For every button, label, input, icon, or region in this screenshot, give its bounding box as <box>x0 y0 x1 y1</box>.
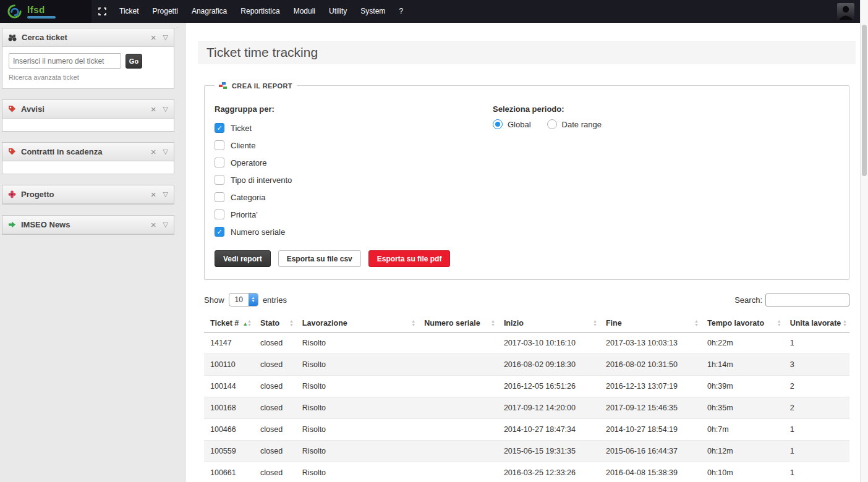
cell-unita-lavorate: 1 <box>784 441 849 462</box>
logo[interactable]: lfsd <box>0 0 91 23</box>
go-button[interactable]: Go <box>126 54 142 69</box>
column-label: Fine <box>606 319 622 328</box>
column-header-fine[interactable]: Fine▲▼ <box>600 315 701 332</box>
group-option-cliente[interactable]: Cliente <box>215 137 493 154</box>
tickets-table: Ticket #▲▲▼Stato▲▼Lavorazione▲▼Numero se… <box>204 315 849 482</box>
user-avatar[interactable] <box>837 3 854 20</box>
cell-unita-lavorate: 1 <box>784 462 849 482</box>
ticket-number-input[interactable] <box>9 53 121 69</box>
cell-tempo-lavorato: 0h:35m <box>701 397 784 419</box>
column-header-inizio[interactable]: Inizio▲▼ <box>498 315 600 332</box>
page-length-select[interactable]: 10 ▲▼ <box>229 293 258 307</box>
column-label: Numero seriale <box>424 319 480 328</box>
group-option-ticket[interactable]: ✓Ticket <box>215 119 493 137</box>
close-icon[interactable]: × <box>151 190 156 199</box>
cell-inizio: 2017-09-12 14:20:00 <box>498 397 600 419</box>
panel-title: Cerca ticket <box>22 33 151 42</box>
cell-ticket: 100661 <box>204 462 254 482</box>
sort-icons: ▲▼ <box>694 319 699 327</box>
column-header-lavorazione[interactable]: Lavorazione▲▼ <box>296 315 418 332</box>
cell-ticket: 100466 <box>204 419 254 441</box>
page-length-control: Show 10 ▲▼ entries <box>204 293 287 307</box>
option-label: Numero seriale <box>231 227 285 237</box>
panel-body <box>2 119 174 131</box>
close-icon[interactable]: × <box>151 33 156 42</box>
group-option-priorita[interactable]: Priorita' <box>215 206 493 223</box>
checkbox-icon[interactable]: ✓ <box>215 123 224 133</box>
export-csv-button[interactable]: Esporta su file csv <box>278 250 361 267</box>
export-pdf-button[interactable]: Esporta su file pdf <box>368 250 451 267</box>
period-label: Seleziona periodo: <box>493 104 602 114</box>
checkbox-icon[interactable] <box>215 140 224 150</box>
close-icon[interactable]: × <box>151 220 156 229</box>
cell-tempo-lavorato: 0h:10m <box>701 462 784 482</box>
panel-title: Contratti in scadenza <box>21 147 151 156</box>
collapse-icon[interactable]: ▽ <box>163 34 168 41</box>
fullscreen-icon[interactable] <box>91 7 113 15</box>
collapse-icon[interactable]: ▽ <box>163 221 168 228</box>
nav-item-utility[interactable]: Utility <box>322 0 354 23</box>
panel-body <box>2 161 174 174</box>
radio-icon[interactable] <box>493 119 503 129</box>
logo-tagline <box>27 16 56 19</box>
group-option-operatore[interactable]: Operatore <box>215 154 493 171</box>
scrollbar-thumb[interactable] <box>862 25 867 176</box>
collapse-icon[interactable]: ▽ <box>163 148 168 155</box>
nav-item-help[interactable]: ? <box>392 0 410 23</box>
period-option-date-range[interactable]: Date range <box>547 119 602 129</box>
cell-inizio: 2016-12-05 16:51:26 <box>498 376 600 397</box>
table-row[interactable]: 14147closedRisolto2017-03-10 10:16:10201… <box>204 332 849 354</box>
table-header: Ticket #▲▲▼Stato▲▼Lavorazione▲▼Numero se… <box>204 315 849 332</box>
sort-icons: ▲▼ <box>777 319 781 327</box>
table-search-input[interactable] <box>765 294 849 307</box>
table-row[interactable]: 100168closedRisolto2017-09-12 14:20:0020… <box>204 397 849 419</box>
nav-item-moduli[interactable]: Moduli <box>287 0 322 23</box>
column-header-stato[interactable]: Stato▲▼ <box>254 315 296 332</box>
checkbox-icon[interactable]: ✓ <box>215 227 224 237</box>
checkbox-icon[interactable] <box>215 175 224 185</box>
view-report-button[interactable]: Vedi report <box>215 250 271 267</box>
column-header-unita-lavorate[interactable]: Unita lavorate▲▼ <box>784 315 849 332</box>
column-header-tempo-lavorato[interactable]: Tempo lavorato▲▼ <box>701 315 784 332</box>
cell-lavorazione: Risolto <box>296 354 418 376</box>
table-row[interactable]: 100466closedRisolto2014-10-27 18:47:3420… <box>204 419 849 441</box>
period-options: GlobalDate range <box>493 119 602 129</box>
column-header-numero-seriale[interactable]: Numero seriale▲▼ <box>418 315 498 332</box>
close-icon[interactable]: × <box>151 104 156 114</box>
collapse-icon[interactable]: ▽ <box>163 106 168 112</box>
period-option-global[interactable]: Global <box>493 119 531 129</box>
option-label: Date range <box>562 120 602 129</box>
nav-item-reportistica[interactable]: Reportistica <box>234 0 286 23</box>
advanced-search-link[interactable]: Ricerca avanzata ticket <box>9 74 79 81</box>
table-row[interactable]: 100559closedRisolto2015-06-15 19:31:3520… <box>204 441 849 462</box>
checkbox-icon[interactable] <box>215 158 224 167</box>
cell-numero-seriale <box>418 441 498 462</box>
close-icon[interactable]: × <box>151 147 156 156</box>
cell-inizio: 2014-10-27 18:47:34 <box>498 419 600 441</box>
table-row[interactable]: 100110closedRisolto2016-08-02 09:18:3020… <box>204 354 849 376</box>
vertical-scrollbar[interactable] <box>860 0 868 482</box>
nav-item-anagrafica[interactable]: Anagrafica <box>185 0 234 23</box>
cell-lavorazione: Risolto <box>296 441 418 462</box>
checkbox-icon[interactable] <box>215 192 224 202</box>
column-header-ticket[interactable]: Ticket #▲▲▼ <box>204 315 254 332</box>
table-row[interactable]: 100661closedRisolto2016-03-25 12:33:2620… <box>204 462 849 482</box>
group-by-label: Raggruppa per: <box>215 104 493 114</box>
group-option-numero-seriale[interactable]: ✓Numero seriale <box>215 223 493 240</box>
table-row[interactable]: 100144closedRisolto2016-12-05 16:51:2620… <box>204 376 849 397</box>
page-title: Ticket time tracking <box>206 45 318 60</box>
cell-inizio: 2017-03-10 10:16:10 <box>498 332 600 354</box>
group-option-categoria[interactable]: Categoria <box>215 188 493 206</box>
collapse-icon[interactable]: ▽ <box>163 191 168 198</box>
logo-icon <box>6 4 23 19</box>
nav-item-ticket[interactable]: Ticket <box>113 0 146 23</box>
report-legend: CREA IL REPORT <box>215 82 297 90</box>
group-option-tipo-di-intervento[interactable]: Tipo di intervento <box>215 171 493 188</box>
main-content: Ticket time tracking CREA IL REPORT <box>185 23 868 482</box>
cell-stato: closed <box>254 441 296 462</box>
nav-item-system[interactable]: System <box>354 0 392 23</box>
nav-item-progetti[interactable]: Progetti <box>146 0 185 23</box>
checkbox-icon[interactable] <box>215 209 224 219</box>
column-label: Tempo lavorato <box>707 319 764 328</box>
radio-icon[interactable] <box>547 119 557 129</box>
